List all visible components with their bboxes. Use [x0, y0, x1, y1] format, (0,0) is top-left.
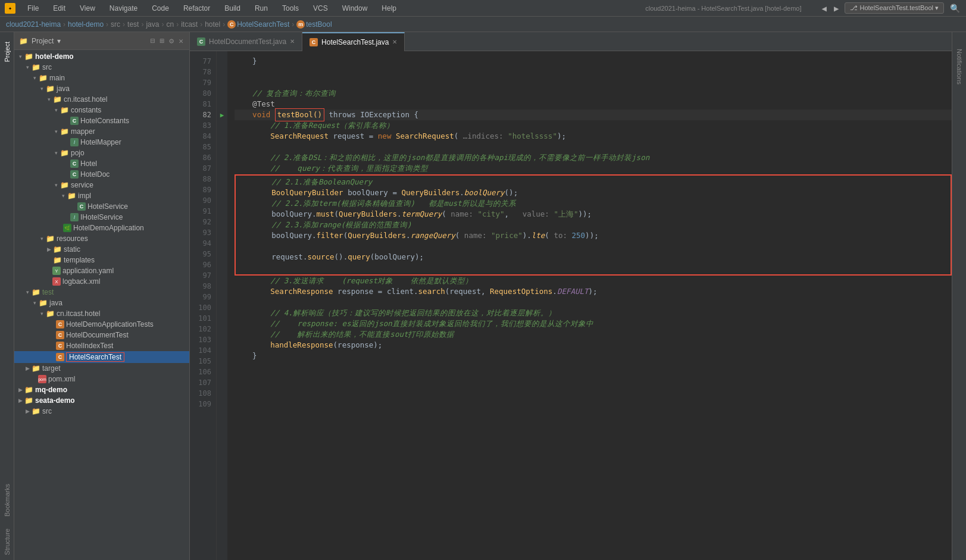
- tree-item-static[interactable]: ▶ 📁 static: [14, 244, 189, 255]
- menu-refactor[interactable]: Refactor: [181, 3, 212, 14]
- tree-item-mapper[interactable]: ▾ 📁 mapper: [14, 126, 189, 137]
- nav-back-icon[interactable]: ◀: [821, 2, 828, 14]
- folder-icon-resources: 📁: [45, 235, 55, 242]
- menu-vcs[interactable]: VCS: [311, 3, 330, 14]
- tree-item-resources[interactable]: ▾ 📁 resources: [14, 233, 189, 244]
- close-panel-icon[interactable]: ✕: [177, 35, 185, 46]
- code-line-93: boolQuery.filter(QueryBuilders.rangeQuer…: [236, 230, 951, 241]
- menu-window[interactable]: Window: [340, 3, 370, 14]
- menu-tools[interactable]: Tools: [280, 3, 301, 14]
- tab-icon-hotel-search-test: C: [310, 38, 318, 46]
- nav-forward-icon[interactable]: ▶: [833, 2, 840, 14]
- tree-item-mq-demo[interactable]: ▶ 📁 mq-demo: [14, 384, 189, 395]
- folder-icon-cn-itcast: 📁: [52, 96, 62, 103]
- tree-label-hotel-demo-app-tests: HotelDemoApplicationTests: [66, 320, 154, 329]
- tree-item-hotel-demo-app-tests[interactable]: C HotelDemoApplicationTests: [14, 319, 189, 330]
- tree-item-test-java[interactable]: ▾ 📁 java: [14, 298, 189, 308]
- pom-icon: pom: [38, 375, 46, 383]
- interface-icon-ihotel-service: I: [70, 213, 79, 221]
- menu-bar: ✦ File Edit View Navigate Code Refactor …: [0, 0, 966, 17]
- menu-help[interactable]: Help: [379, 3, 399, 14]
- tab-close-hotel-search-test[interactable]: ✕: [392, 39, 397, 45]
- tree-item-hotel-search-test[interactable]: C HotelSearchTest: [14, 351, 189, 363]
- tree-item-seata-demo[interactable]: ▶ 📁 seata-demo: [14, 395, 189, 406]
- folder-icon-test-java: 📁: [38, 299, 48, 306]
- line-numbers: 77 78 79 80 81 82 83 84 85 86 87 88 89 9…: [190, 51, 217, 560]
- code-line-101: // response: es返回的json直接封装成对象返回给我们了，我们想要…: [235, 318, 952, 329]
- menu-edit[interactable]: Edit: [51, 3, 68, 14]
- tab-hotel-search-test[interactable]: C HotelSearchTest.java ✕: [302, 32, 405, 51]
- tree-label-mq-demo: mq-demo: [35, 386, 67, 394]
- code-line-81: @Test: [235, 99, 952, 110]
- tree-item-src[interactable]: ▾ 📁 src: [14, 62, 189, 73]
- menu-navigate[interactable]: Navigate: [107, 3, 140, 14]
- tree-item-seata-src[interactable]: ▶ 📁 src: [14, 406, 189, 417]
- tree-label-hotel-index-test: HotelIndexTest: [66, 342, 113, 350]
- code-content[interactable]: } // 复合查询：布尔查询 @Test void testBool() thr…: [227, 51, 952, 560]
- tree-arrow-constants: ▾: [52, 107, 60, 113]
- breadcrumb-cn: cn: [166, 20, 174, 29]
- project-dropdown-icon[interactable]: ▾: [57, 37, 61, 45]
- tree-item-application-yaml[interactable]: Y application.yaml: [14, 265, 189, 276]
- right-tab-notifications[interactable]: Notifications: [954, 44, 965, 89]
- tree-item-target[interactable]: ▶ 📁 target: [14, 363, 189, 374]
- test-icon-hotel-document-test: C: [56, 331, 64, 339]
- tree-arrow-test-cn-itcast: ▾: [38, 311, 45, 317]
- settings-icon[interactable]: ⚙: [168, 35, 175, 46]
- tree-label-seata-src: src: [42, 407, 52, 415]
- tree-item-ihotel-service[interactable]: I IHotelService: [14, 212, 189, 223]
- tree-item-main[interactable]: ▾ 📁 main: [14, 73, 189, 83]
- code-line-99: [235, 297, 952, 308]
- tree-label-static: static: [64, 245, 80, 254]
- tree-item-hotel-demo[interactable]: ▾ 📁 hotel-demo: [14, 51, 189, 62]
- menu-build[interactable]: Build: [222, 3, 243, 14]
- tree-item-hotel-document-test[interactable]: C HotelDocumentTest: [14, 330, 189, 340]
- tree-item-pojo[interactable]: ▾ 📁 pojo: [14, 148, 189, 158]
- tree-item-templates[interactable]: 📁 templates: [14, 255, 189, 265]
- scroll-to-file-icon[interactable]: ⊞: [159, 35, 166, 46]
- tree-item-cn-itcast[interactable]: ▾ 📁 cn.itcast.hotel: [14, 94, 189, 105]
- method-icon: m: [296, 20, 305, 29]
- tree-item-pom-xml[interactable]: pom pom.xml: [14, 374, 189, 384]
- tab-close-hotel-document-test[interactable]: ✕: [290, 38, 295, 45]
- tree-item-hotel-service[interactable]: C HotelService: [14, 201, 189, 212]
- tree-item-test[interactable]: ▾ 📁 test: [14, 287, 189, 298]
- folder-icon-pojo: 📁: [60, 149, 69, 157]
- tree-arrow-impl: ▾: [60, 193, 67, 199]
- menu-code[interactable]: Code: [149, 3, 171, 14]
- tree-label-test-cn-itcast: cn.itcast.hotel: [57, 309, 100, 318]
- class-icon-hotel-constants: C: [70, 117, 79, 125]
- breadcrumb-class[interactable]: C HotelSearchTest: [227, 20, 289, 29]
- gutter: ▶: [217, 51, 227, 560]
- breadcrumb-method[interactable]: m testBool: [296, 20, 332, 29]
- tree-item-hotel-doc[interactable]: C HotelDoc: [14, 169, 189, 180]
- menu-view[interactable]: View: [77, 3, 98, 14]
- tree-item-test-cn-itcast[interactable]: ▾ 📁 cn.itcast.hotel: [14, 308, 189, 319]
- tree-arrow-resources: ▾: [38, 236, 45, 242]
- breadcrumb-project[interactable]: cloud2021-heima: [6, 20, 61, 29]
- menu-run[interactable]: Run: [252, 3, 270, 14]
- tree-arrow-test: ▾: [24, 289, 31, 295]
- branch-selector[interactable]: ⎇ HotelSearchTest.testBool ▾: [845, 2, 944, 14]
- collapse-all-icon[interactable]: ⊟: [149, 35, 157, 46]
- tree-item-impl[interactable]: ▾ 📁 impl: [14, 190, 189, 201]
- tree-item-logback-xml[interactable]: X logback.xml: [14, 276, 189, 287]
- tree-item-hotel-mapper[interactable]: I HotelMapper: [14, 137, 189, 148]
- tree-item-hotel[interactable]: C Hotel: [14, 158, 189, 169]
- menu-file[interactable]: File: [25, 3, 41, 14]
- tree-item-hotel-constants[interactable]: C HotelConstants: [14, 115, 189, 126]
- sidebar-tab-bookmarks[interactable]: Bookmarks: [1, 479, 13, 521]
- tree-item-hotel-demo-app[interactable]: 🌿 HotelDemoApplication: [14, 223, 189, 233]
- run-method-icon[interactable]: ▶: [220, 111, 224, 119]
- tree-item-service[interactable]: ▾ 📁 service: [14, 180, 189, 190]
- test-icon-hotel-index-test: C: [56, 342, 64, 350]
- tree-item-hotel-index-test[interactable]: C HotelIndexTest: [14, 340, 189, 351]
- breadcrumb-module[interactable]: hotel-demo: [68, 20, 104, 29]
- sidebar-tab-project[interactable]: Project: [1, 37, 13, 67]
- tree-item-constants[interactable]: ▾ 📁 constants: [14, 105, 189, 115]
- sidebar-tab-structure[interactable]: Structure: [1, 524, 13, 560]
- search-icon[interactable]: 🔍: [949, 2, 961, 14]
- tree-item-java[interactable]: ▾ 📁 java: [14, 83, 189, 94]
- tab-hotel-document-test[interactable]: C HotelDocumentTest.java ✕: [190, 32, 302, 51]
- tree-label-hotel: Hotel: [80, 159, 97, 168]
